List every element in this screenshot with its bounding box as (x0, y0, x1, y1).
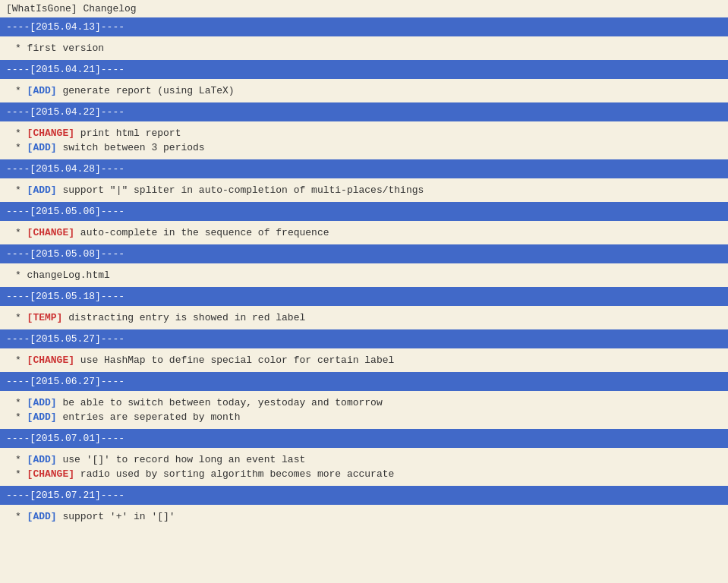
entry-block-10: * [ADD] support '+' in '[]' (0, 505, 728, 528)
tag-add: [ADD] (27, 85, 57, 96)
entry-block-5: * changeLog.html (0, 263, 728, 287)
entry-line-2-0: * [CHANGE] print html report (15, 126, 722, 140)
entry-line-8-1: * [ADD] entries are seperated by month (15, 410, 722, 424)
date-header-3: ----[2015.04.28]---- (0, 159, 728, 178)
entry-line-9-1: * [CHANGE] radio used by sorting algorit… (15, 467, 722, 481)
entry-block-0: * first version (0, 36, 728, 60)
date-header-9: ----[2015.07.01]---- (0, 429, 728, 448)
date-header-5: ----[2015.05.08]---- (0, 244, 728, 263)
entry-block-3: * [ADD] support "|" spliter in auto-comp… (0, 178, 728, 202)
entry-block-7: * [CHANGE] use HashMap to define special… (0, 348, 728, 372)
date-header-8: ----[2015.06.27]---- (0, 372, 728, 391)
entry-line-5-0: * changeLog.html (15, 268, 722, 282)
tag-add: [ADD] (27, 142, 57, 153)
tag-add: [ADD] (27, 411, 57, 423)
date-header-1: ----[2015.04.21]---- (0, 60, 728, 79)
entry-line-9-0: * [ADD] use '[]' to record how long an e… (15, 452, 722, 467)
tag-change: [CHANGE] (27, 227, 74, 238)
entry-block-9: * [ADD] use '[]' to record how long an e… (0, 448, 728, 486)
entry-line-1-0: * [ADD] generate report (using LaTeX) (15, 84, 722, 98)
date-header-4: ----[2015.05.06]---- (0, 202, 728, 221)
tag-temp: [TEMP] (27, 312, 63, 323)
date-header-10: ----[2015.07.21]---- (0, 486, 728, 505)
entry-line-6-0: * [TEMP] distracting entry is showed in … (15, 310, 722, 325)
tag-change: [CHANGE] (27, 128, 74, 139)
entry-line-8-0: * [ADD] be able to switch between today,… (15, 395, 722, 410)
entry-block-8: * [ADD] be able to switch between today,… (0, 391, 728, 429)
tag-add: [ADD] (27, 454, 57, 465)
tag-change: [CHANGE] (27, 355, 74, 366)
date-header-0: ----[2015.04.13]---- (0, 17, 728, 36)
entry-block-2: * [CHANGE] print html report* [ADD] swit… (0, 121, 728, 159)
tag-change: [CHANGE] (27, 468, 74, 480)
entry-block-4: * [CHANGE] auto-complete in the sequence… (0, 221, 728, 244)
changelog-container: ----[2015.04.13]----* first version----[… (0, 17, 728, 528)
entry-line-10-0: * [ADD] support '+' in '[]' (15, 509, 722, 524)
date-header-7: ----[2015.05.27]---- (0, 329, 728, 348)
entry-block-1: * [ADD] generate report (using LaTeX) (0, 79, 728, 102)
entry-block-6: * [TEMP] distracting entry is showed in … (0, 306, 728, 329)
tag-add: [ADD] (27, 184, 57, 196)
page-title: [WhatIsGone] Changelog (0, 0, 728, 17)
entry-line-4-0: * [CHANGE] auto-complete in the sequence… (15, 225, 722, 240)
entry-line-7-0: * [CHANGE] use HashMap to define special… (15, 353, 722, 367)
entry-line-0-0: * first version (15, 41, 722, 55)
tag-add: [ADD] (27, 397, 57, 408)
date-header-6: ----[2015.05.18]---- (0, 287, 728, 306)
date-header-2: ----[2015.04.22]---- (0, 102, 728, 121)
entry-line-3-0: * [ADD] support "|" spliter in auto-comp… (15, 183, 722, 197)
entry-line-2-1: * [ADD] switch between 3 periods (15, 140, 722, 155)
tag-add: [ADD] (27, 511, 57, 522)
